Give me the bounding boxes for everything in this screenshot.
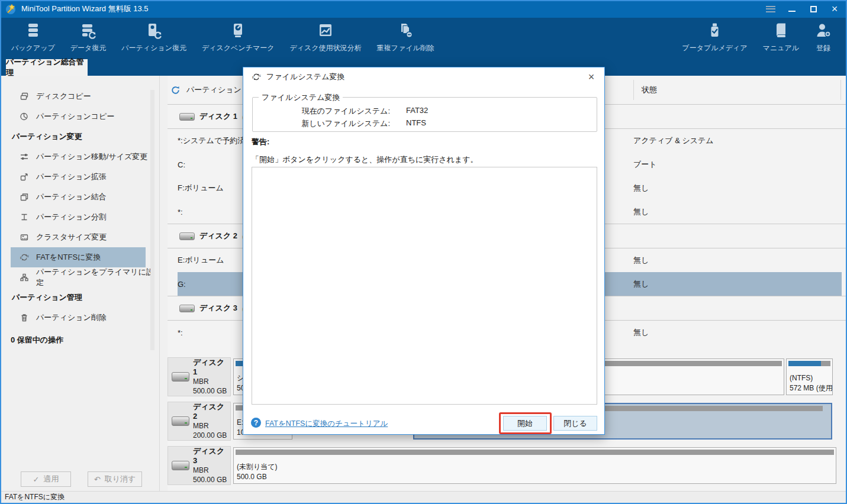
partition-recovery-button[interactable]: パーティション復元	[114, 18, 194, 59]
sidebar-item-convert-fat-to-ntfs[interactable]: NF FATをNTFSに変換	[11, 247, 146, 267]
register-icon	[814, 22, 832, 40]
sidebar-item-partition-copy[interactable]: パーティションコピー	[0, 106, 159, 127]
dialog-close-button[interactable]: ×	[584, 70, 598, 84]
disk-drive-icon	[172, 416, 189, 426]
undo-button[interactable]: ↶ 取り消す	[88, 471, 142, 487]
move-resize-icon	[20, 152, 29, 161]
status-cell: 無し	[633, 279, 649, 289]
svg-text:N: N	[259, 74, 261, 77]
maximize-button[interactable]	[806, 1, 821, 17]
titlebar: MiniTool Partition Wizard 無料版 13.5 ×	[0, 0, 847, 18]
sidebar-item-change-cluster-size[interactable]: クラスタサイズ変更	[0, 227, 159, 247]
manual-button[interactable]: マニュアル	[755, 18, 807, 59]
undo-arrow-icon: ↶	[94, 475, 101, 484]
sidebar-item-disk-copy[interactable]: ディスクコピー	[0, 86, 159, 106]
new-fs-value: NTFS	[406, 118, 426, 129]
disk-icon	[179, 305, 195, 312]
cluster-size-icon	[20, 232, 29, 242]
main-toolbar: バックアップ データ復元 パーティション復元 ディスクベンチマーク ディスク使用…	[0, 18, 847, 59]
operation-log-box	[252, 167, 597, 405]
delete-partition-icon	[20, 313, 29, 322]
refresh-icon[interactable]	[170, 85, 181, 95]
duplicate-file-remover-icon	[397, 22, 414, 40]
maximize-icon	[810, 6, 817, 12]
sidebar-item-split-partition[interactable]: パーティション分割	[0, 207, 159, 227]
split-partition-icon	[20, 212, 29, 222]
sidebar-item-merge-partition[interactable]: パーティション結合	[0, 187, 159, 207]
disk-drive-icon	[172, 461, 189, 470]
tutorial-link[interactable]: FATをNTFSに変換のチュートリアル	[265, 419, 388, 429]
disk-icon	[179, 113, 195, 121]
bootable-media-button[interactable]: ブータブルメディア	[674, 18, 755, 59]
disk3-partition-unallocated[interactable]: (未割り当て)500.0 GB	[233, 447, 836, 484]
sidebar: ディスクコピー パーティションコピー パーティション変更 パーティション移動/サ…	[0, 76, 160, 491]
close-icon: ×	[588, 71, 595, 83]
minimize-icon	[788, 11, 796, 12]
apply-button[interactable]: ✓ 適用	[21, 471, 71, 487]
help-icon[interactable]: ?	[251, 418, 261, 428]
data-recovery-icon	[79, 22, 97, 40]
sidebar-item-delete-partition[interactable]: パーティション削除	[0, 308, 159, 328]
disk-benchmark-icon	[229, 22, 247, 40]
window-title: MiniTool Partition Wizard 無料版 13.5	[21, 4, 149, 14]
disk1-label: ディスク 1 MBR 500.00 GB	[168, 357, 231, 396]
usage-bar	[788, 361, 830, 366]
dialog-titlebar: NF ファイルシステム変換	[243, 67, 604, 86]
status-cell: アクティブ & システム	[633, 135, 714, 146]
sidebar-section-partition-manage: パーティション管理	[0, 287, 159, 308]
warning-text: 「開始」ボタンをクリックすると、操作が直ちに実行されます。	[252, 154, 478, 165]
disk3-label: ディスク 3 MBR 500.00 GB	[168, 446, 231, 485]
app-logo-icon	[5, 3, 17, 15]
sidebar-scrollbar[interactable]	[150, 90, 154, 350]
disk-benchmark-button[interactable]: ディスクベンチマーク	[194, 18, 282, 59]
menu-button[interactable]	[763, 1, 778, 17]
disk-icon	[179, 232, 195, 240]
sidebar-item-extend-partition[interactable]: パーティション拡張	[0, 167, 159, 187]
tab-partition-management[interactable]: パーティション総合管理	[6, 59, 88, 76]
bootable-media-icon	[706, 22, 723, 40]
set-primary-icon	[20, 273, 29, 282]
backup-icon	[24, 22, 42, 40]
data-recovery-button[interactable]: データ復元	[63, 18, 114, 59]
dialog-close-action-button[interactable]: 閉じる	[553, 416, 597, 431]
app-window: MiniTool Partition Wizard 無料版 13.5 × バック…	[0, 0, 847, 504]
disk-copy-icon	[20, 92, 29, 101]
col-header-status[interactable]: 状態	[633, 80, 841, 100]
status-cell: 無し	[633, 255, 649, 266]
conversion-groupbox: ファイルシステム変換 現在のファイルシステム: FAT32 新しいファイルシステ…	[252, 97, 597, 132]
current-fs-label: 現在のファイルシステム:	[253, 106, 390, 117]
apply-check-icon: ✓	[33, 475, 40, 484]
manual-icon	[772, 22, 790, 40]
status-cell: ブート	[633, 159, 657, 170]
dialog-title: ファイルシステム変換	[266, 72, 344, 82]
sidebar-section-partition-change: パーティション変更	[0, 127, 159, 147]
status-cell: 無し	[633, 327, 649, 338]
close-button[interactable]: ×	[827, 1, 842, 17]
backup-button[interactable]: バックアップ	[4, 18, 63, 59]
fat-to-ntfs-icon: NF	[252, 72, 261, 82]
usage-bar	[236, 450, 834, 455]
sidebar-item-set-partition-primary[interactable]: パーティションをプライマリに設定	[0, 267, 159, 287]
partition-copy-icon	[20, 112, 29, 121]
col-header-partition[interactable]: パーティション	[186, 85, 241, 95]
register-button[interactable]: 登録	[807, 18, 840, 59]
sidebar-item-move-resize[interactable]: パーティション移動/サイズ変更	[0, 147, 159, 167]
new-fs-label: 新しいファイルシステム:	[253, 118, 390, 129]
status-cell: 無し	[633, 206, 649, 217]
merge-partition-icon	[20, 192, 29, 202]
pending-operations-label: 0 保留中の操作	[0, 335, 159, 345]
current-fs-value: FAT32	[406, 106, 428, 117]
minimize-button[interactable]	[784, 1, 800, 17]
hamburger-icon	[766, 6, 775, 12]
start-button[interactable]: 開始	[503, 416, 547, 431]
disk1-partition-ntfs[interactable]: (NTFS)572 MB (使用	[786, 358, 833, 395]
status-cell: 無し	[633, 183, 649, 193]
warning-label: 警告:	[252, 137, 269, 147]
close-icon: ×	[832, 4, 838, 14]
partition-recovery-icon	[145, 22, 163, 40]
disk-map-row-3: ディスク 3 MBR 500.00 GB (未割り当て)500.0 GB	[168, 446, 838, 485]
duplicate-file-remover-button[interactable]: 重複ファイル削除	[369, 18, 442, 59]
disk2-label: ディスク 2 MBR 200.00 GB	[168, 402, 231, 441]
disk-usage-analysis-icon	[317, 22, 334, 40]
disk-usage-analysis-button[interactable]: ディスク使用状況分析	[282, 18, 369, 59]
